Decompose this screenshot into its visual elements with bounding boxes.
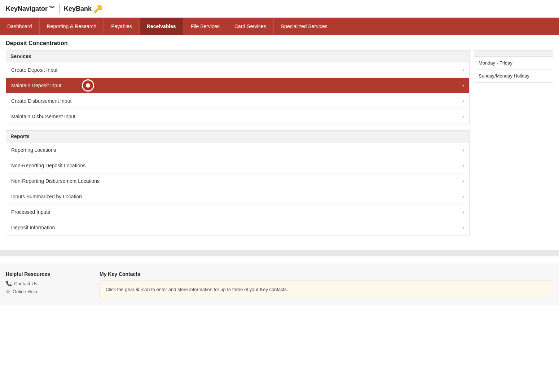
logo-divider <box>59 4 60 14</box>
helpful-resources: Helpful Resources 📞 Contact Us ⚙ Online … <box>6 271 85 296</box>
my-key-contacts: My Key Contacts Click the gear ⚙ icon to… <box>100 271 553 298</box>
inputs-summarized-item[interactable]: Inputs Summarized by Location › <box>6 189 469 204</box>
cursor-indicator <box>82 79 94 92</box>
chevron-icon: › <box>462 224 464 231</box>
right-panel: Monday - Friday Sunday/Monday Holiday <box>474 50 553 83</box>
main-content: Services Create Deposit Input › Maintain… <box>0 50 559 247</box>
left-panel: Services Create Deposit Input › Maintain… <box>6 50 470 241</box>
my-key-contacts-title: My Key Contacts <box>100 271 553 277</box>
right-panel-monday-friday: Monday - Friday <box>474 57 553 70</box>
non-reporting-disbursement-item[interactable]: Non-Reporting Disbursement Locations › <box>6 173 469 189</box>
chevron-icon: › <box>462 178 464 184</box>
chevron-icon: › <box>462 147 464 153</box>
app-header: KeyNavigator ™ KeyBank 🔑 <box>0 0 559 18</box>
helpful-resources-title: Helpful Resources <box>6 271 85 277</box>
footer-section: Helpful Resources 📞 Contact Us ⚙ Online … <box>0 264 559 305</box>
services-header: Services <box>6 50 469 62</box>
reporting-locations-item[interactable]: Reporting Locations › <box>6 142 469 158</box>
maintain-deposit-input-item[interactable]: Maintain Deposit Input › <box>6 78 469 93</box>
chevron-icon: › <box>462 113 464 120</box>
nav-file-services[interactable]: File Services <box>184 18 227 35</box>
nav-reporting-research[interactable]: Reporting & Research <box>40 18 104 35</box>
services-section: Services Create Deposit Input › Maintain… <box>6 50 470 124</box>
page-title: Deposit Concentration <box>0 35 559 50</box>
phone-icon: 📞 <box>6 281 12 286</box>
keybank-logo: KeyBank 🔑 <box>64 4 103 13</box>
reports-header: Reports <box>6 131 469 142</box>
nav-specialized-services[interactable]: Specialized Services <box>274 18 335 35</box>
contacts-box: Click the gear ⚙ icon to enter and store… <box>100 281 553 298</box>
processed-inputs-item[interactable]: Processed Inputs › <box>6 204 469 220</box>
main-nav: Dashboard Reporting & Research Payables … <box>0 18 559 35</box>
non-reporting-deposit-item[interactable]: Non-Reporting Deposit Locations › <box>6 158 469 173</box>
gray-separator <box>0 250 559 256</box>
nav-payables[interactable]: Payables <box>104 18 140 35</box>
online-help-link[interactable]: ⚙ Online Help <box>6 289 85 294</box>
keynav-logo: KeyNavigator <box>6 5 48 13</box>
keynav-trademark: ™ <box>48 5 55 13</box>
right-panel-sunday-monday: Sunday/Monday Holiday <box>474 70 553 82</box>
chevron-icon: › <box>462 193 464 200</box>
chevron-icon: › <box>462 98 464 104</box>
nav-card-services[interactable]: Card Services <box>227 18 274 35</box>
footer-grid: Helpful Resources 📞 Contact Us ⚙ Online … <box>6 271 553 298</box>
deposit-information-item[interactable]: Deposit Information › <box>6 220 469 235</box>
help-icon: ⚙ <box>6 289 10 294</box>
chevron-icon-active: › <box>462 82 464 89</box>
right-panel-header <box>474 50 553 57</box>
chevron-icon: › <box>462 67 464 73</box>
chevron-icon: › <box>462 162 464 169</box>
reports-section: Reports Reporting Locations › Non-Report… <box>6 130 470 235</box>
nav-receivables[interactable]: Receivables <box>140 18 184 35</box>
create-deposit-input-item[interactable]: Create Deposit Input › <box>6 62 469 78</box>
nav-dashboard[interactable]: Dashboard <box>0 18 40 35</box>
chevron-icon: › <box>462 209 464 215</box>
contact-us-link[interactable]: 📞 Contact Us <box>6 281 85 286</box>
create-disbursement-input-item[interactable]: Create Disbursement Input › <box>6 93 469 109</box>
maintain-disbursement-input-item[interactable]: Maintain Disbursement Input › <box>6 109 469 124</box>
key-icon: 🔑 <box>94 4 103 13</box>
